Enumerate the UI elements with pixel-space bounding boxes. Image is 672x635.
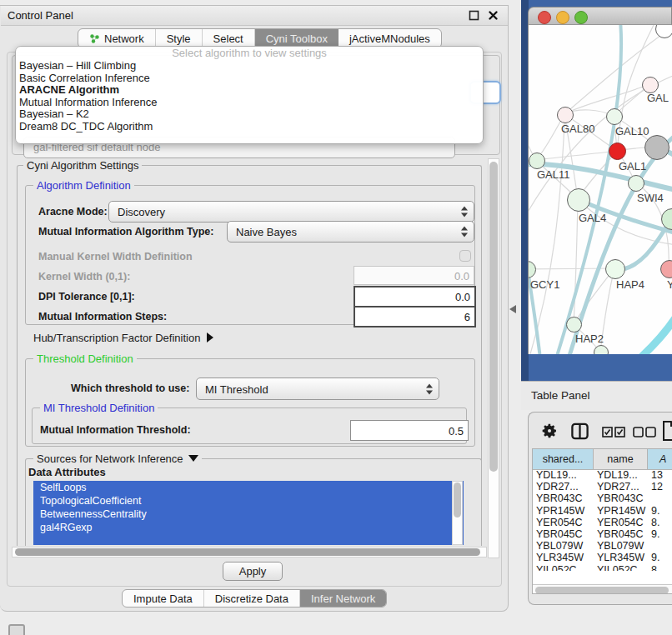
list-item[interactable]: TopologicalCoefficient bbox=[33, 494, 464, 508]
algorithm-item[interactable]: Mutual Information Inference bbox=[16, 97, 483, 109]
table-row[interactable]: YER054CYER054C8. bbox=[533, 517, 672, 528]
control-panel-titlebar: Control Panel bbox=[1, 6, 508, 26]
unchecked-pair-icon[interactable] bbox=[633, 427, 656, 438]
table-row[interactable]: YPR145WYPR145W9. bbox=[533, 505, 672, 517]
table-row[interactable]: YIL052CYIL052C8. bbox=[533, 564, 672, 572]
settings-vertical-scrollbar bbox=[488, 158, 499, 558]
algorithm-item[interactable]: Bayesian – Hill Climbing bbox=[16, 60, 483, 72]
column-header-partial[interactable]: A bbox=[648, 449, 672, 470]
gear-icon[interactable] bbox=[541, 422, 558, 439]
mi-type-value: Naive Bayes bbox=[236, 226, 297, 238]
node-label: GAL bbox=[647, 92, 669, 104]
hub-definition-expander[interactable]: Hub/Transcription Factor Definition bbox=[33, 332, 213, 344]
dpi-tolerance-label: DPI Tolerance [0,1]: bbox=[38, 291, 135, 302]
tab-cyni-toolbox[interactable]: Cyni Toolbox bbox=[255, 29, 339, 48]
algorithm-item[interactable]: Bayesian – K2 bbox=[16, 108, 483, 121]
tab-label: jActiveMNodules bbox=[349, 32, 430, 45]
tab-label: Cyni Toolbox bbox=[266, 32, 328, 45]
checked-pair-icon[interactable] bbox=[602, 427, 625, 438]
tab-label: Discretize Data bbox=[215, 592, 288, 605]
float-window-icon[interactable] bbox=[469, 10, 479, 21]
table-row[interactable]: YDR27...YDR27...12 bbox=[533, 481, 672, 492]
tab-discretize-data[interactable]: Discretize Data bbox=[204, 590, 300, 607]
table-horizontal-scrollbar bbox=[533, 584, 672, 594]
network-node-hap2[interactable] bbox=[566, 317, 582, 332]
close-traffic-light-icon[interactable] bbox=[538, 11, 551, 24]
dpi-tolerance-field[interactable]: 0.0 bbox=[354, 286, 476, 308]
kernel-width-label: Kernel Width (0,1): bbox=[38, 271, 130, 282]
tab-infer-network[interactable]: Infer Network bbox=[300, 590, 386, 607]
table-row[interactable]: YBR043CYBR043C bbox=[533, 492, 672, 504]
network-node-gal4[interactable] bbox=[567, 188, 590, 212]
kernel-width-field[interactable]: 0.0 bbox=[354, 266, 474, 285]
mouse-cursor bbox=[509, 305, 516, 313]
tab-jactivemnodules[interactable]: jActiveMNodules bbox=[339, 29, 441, 48]
list-item[interactable]: gal4RGexp bbox=[33, 521, 464, 534]
network-icon bbox=[89, 33, 100, 44]
node-label: SWI4 bbox=[637, 192, 664, 204]
close-icon[interactable] bbox=[488, 10, 499, 21]
algorithm-item[interactable]: Basic Correlation Inference bbox=[16, 72, 483, 85]
network-node-gal1[interactable] bbox=[609, 142, 626, 160]
list-item[interactable]: SelfLoops bbox=[33, 481, 464, 494]
node-label: GAL4 bbox=[579, 212, 606, 224]
mi-threshold-field[interactable]: 0.5 bbox=[350, 420, 469, 441]
tab-network[interactable]: Network bbox=[78, 29, 156, 48]
node-table: shared... name A YDL19...YDL19...13 YDR2… bbox=[532, 448, 672, 594]
network-node-gal-partial[interactable] bbox=[642, 77, 659, 93]
which-threshold-combobox[interactable]: MI Threshold bbox=[196, 378, 439, 400]
zoom-traffic-light-icon[interactable] bbox=[574, 11, 588, 24]
column-header-name[interactable]: name bbox=[594, 449, 648, 470]
node-label: GAL80 bbox=[561, 122, 594, 135]
table-hscrollbar-thumb[interactable] bbox=[535, 587, 669, 594]
data-attributes-list: SelfLoops TopologicalCoefficient Between… bbox=[33, 481, 464, 545]
apply-button[interactable]: Apply bbox=[223, 562, 283, 581]
node-label: GAL11 bbox=[537, 168, 570, 181]
network-node[interactable] bbox=[594, 345, 609, 354]
which-threshold-value: MI Threshold bbox=[205, 382, 268, 395]
spinner-icon bbox=[461, 207, 468, 218]
network-node-gal80[interactable] bbox=[557, 107, 574, 123]
tab-label: Impute Data bbox=[133, 592, 193, 605]
table-row[interactable]: YBR045CYBR045C9. bbox=[533, 528, 672, 540]
node-label: Y bbox=[667, 278, 672, 291]
table-row[interactable]: YBL079WYBL079W bbox=[533, 540, 672, 552]
network-node-gal11[interactable] bbox=[529, 152, 545, 169]
document-icon[interactable] bbox=[662, 420, 672, 442]
settings-hscrollbar-thumb[interactable] bbox=[15, 548, 480, 556]
network-node-gal10[interactable] bbox=[606, 108, 623, 125]
aracne-mode-value: Discovery bbox=[118, 206, 165, 218]
network-node-hap4[interactable] bbox=[605, 259, 625, 279]
network-node[interactable] bbox=[644, 135, 669, 160]
minimized-panel-icon[interactable] bbox=[8, 624, 25, 635]
aracne-mode-combobox[interactable]: Discovery bbox=[108, 201, 474, 222]
settings-vscrollbar-thumb[interactable] bbox=[489, 162, 498, 472]
settings-horizontal-scrollbar bbox=[12, 547, 487, 558]
popup-header: Select algorithm to view settings bbox=[16, 47, 483, 60]
spinner-icon bbox=[461, 227, 468, 238]
columns-icon[interactable] bbox=[570, 422, 589, 441]
tab-label: Select bbox=[213, 32, 243, 45]
network-node-swi4[interactable] bbox=[628, 175, 644, 192]
algorithm-item-selected[interactable]: ARACNE Algorithm bbox=[16, 84, 483, 97]
table-row[interactable]: YLR345WYLR345W9. bbox=[533, 552, 672, 563]
list-scrollbar-thumb[interactable] bbox=[454, 482, 461, 518]
algorithm-item[interactable]: Dream8 DC_TDC Algorithm bbox=[16, 121, 483, 133]
tab-impute-data[interactable]: Impute Data bbox=[123, 590, 204, 607]
minimize-traffic-light-icon[interactable] bbox=[556, 11, 569, 24]
tab-style[interactable]: Style bbox=[156, 29, 203, 48]
which-threshold-label: Which threshold to use: bbox=[71, 382, 189, 394]
manual-kernel-checkbox[interactable] bbox=[459, 250, 471, 262]
tab-select[interactable]: Select bbox=[203, 29, 255, 48]
table-row[interactable]: YDL19...YDL19...13 bbox=[533, 469, 672, 481]
algorithm-definition-title: Algorithm Definition bbox=[33, 179, 134, 192]
node-label: GAL1 bbox=[619, 160, 646, 172]
mi-type-combobox[interactable]: Naive Bayes bbox=[227, 221, 474, 242]
collapse-arrow-icon bbox=[188, 455, 198, 462]
list-item[interactable]: BetweennessCentrality bbox=[33, 508, 464, 521]
data-attributes-label: Data Attributes bbox=[28, 466, 106, 478]
network-canvas[interactable]: GAL80 GAL10 GAL1 GAL11 SWI4 GAL4 GCY1 HA… bbox=[528, 25, 672, 354]
mi-steps-field[interactable]: 6 bbox=[354, 306, 476, 328]
column-header-shared[interactable]: shared... bbox=[533, 449, 594, 470]
hub-definition-label: Hub/Transcription Factor Definition bbox=[33, 332, 200, 344]
